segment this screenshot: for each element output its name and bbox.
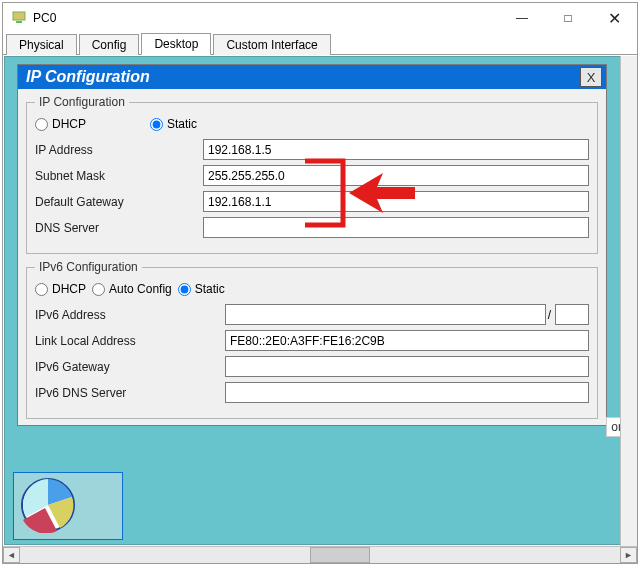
default-gateway-input[interactable]	[203, 191, 589, 212]
ipv4-static-option[interactable]: Static	[150, 117, 197, 131]
scroll-thumb[interactable]	[310, 547, 370, 563]
pc-icon	[11, 9, 27, 28]
ipv4-dhcp-label: DHCP	[52, 117, 86, 131]
ipv6-dhcp-label: DHCP	[52, 282, 86, 296]
ipv4-dhcp-option[interactable]: DHCP	[35, 117, 86, 131]
horizontal-scrollbar[interactable]: ◄ ►	[3, 546, 637, 563]
dns-server-input[interactable]	[203, 217, 589, 238]
ipv6-auto-radio[interactable]	[92, 283, 105, 296]
pie-chart-icon	[20, 477, 76, 536]
ipv4-static-label: Static	[167, 117, 197, 131]
ipv6-prefix-slash: /	[548, 308, 551, 322]
ip-config-title: IP Configuration	[26, 68, 150, 86]
desktop-app-tile[interactable]	[13, 472, 123, 540]
ipv6-address-input[interactable]	[225, 304, 546, 325]
application-window: PC0 — □ ✕ Physical Config Desktop Custom…	[2, 2, 638, 564]
ipv6-dns-server-input[interactable]	[225, 382, 589, 403]
tab-physical[interactable]: Physical	[6, 34, 77, 55]
ipv6-dns-server-label: IPv6 DNS Server	[35, 386, 225, 400]
default-gateway-label: Default Gateway	[35, 195, 203, 209]
ip-config-close-button[interactable]: X	[580, 67, 602, 87]
ip-config-window: IP Configuration X IP Configuration DHCP…	[17, 64, 607, 426]
ipv6-address-label: IPv6 Address	[35, 308, 225, 322]
tab-custom-interface[interactable]: Custom Interface	[213, 34, 330, 55]
dns-server-label: DNS Server	[35, 221, 203, 235]
svg-rect-0	[13, 12, 25, 20]
ipv6-static-option[interactable]: Static	[178, 282, 225, 296]
maximize-button[interactable]: □	[545, 3, 591, 33]
ipv6-legend: IPv6 Configuration	[35, 260, 142, 274]
link-local-address-input[interactable]	[225, 330, 589, 351]
ipv6-dhcp-option[interactable]: DHCP	[35, 282, 86, 296]
ipv6-gateway-label: IPv6 Gateway	[35, 360, 225, 374]
ip-config-titlebar: IP Configuration X	[18, 65, 606, 89]
subnet-mask-input[interactable]	[203, 165, 589, 186]
link-local-address-label: Link Local Address	[35, 334, 225, 348]
ipv4-static-radio[interactable]	[150, 118, 163, 131]
window-title: PC0	[33, 11, 56, 25]
ipv4-dhcp-radio[interactable]	[35, 118, 48, 131]
scroll-right-button[interactable]: ►	[620, 547, 637, 563]
minimize-button[interactable]: —	[499, 3, 545, 33]
tab-config[interactable]: Config	[79, 34, 140, 55]
desktop-client-area: IP Configuration X IP Configuration DHCP…	[4, 56, 636, 545]
ip-address-input[interactable]	[203, 139, 589, 160]
ipv4-fieldset: IP Configuration DHCP Static IP Address	[26, 95, 598, 254]
os-titlebar: PC0 — □ ✕	[3, 3, 637, 33]
ipv6-static-label: Static	[195, 282, 225, 296]
ipv6-auto-option[interactable]: Auto Config	[92, 282, 172, 296]
scroll-left-button[interactable]: ◄	[3, 547, 20, 563]
ipv6-prefix-input[interactable]	[555, 304, 589, 325]
ipv6-dhcp-radio[interactable]	[35, 283, 48, 296]
ipv4-mode-radios: DHCP Static	[35, 117, 589, 131]
ip-address-label: IP Address	[35, 143, 203, 157]
ipv4-legend: IP Configuration	[35, 95, 129, 109]
subnet-mask-label: Subnet Mask	[35, 169, 203, 183]
ipv6-gateway-input[interactable]	[225, 356, 589, 377]
svg-rect-1	[16, 21, 22, 23]
ipv6-fieldset: IPv6 Configuration DHCP Auto Config Stat…	[26, 260, 598, 419]
ipv6-auto-label: Auto Config	[109, 282, 172, 296]
tab-desktop[interactable]: Desktop	[141, 33, 211, 55]
ipv6-mode-radios: DHCP Auto Config Static	[35, 282, 589, 296]
scroll-track[interactable]	[20, 547, 620, 563]
os-close-button[interactable]: ✕	[591, 3, 637, 33]
vertical-scrollbar[interactable]	[620, 56, 637, 546]
tab-bar: Physical Config Desktop Custom Interface	[3, 33, 637, 55]
ipv6-static-radio[interactable]	[178, 283, 191, 296]
